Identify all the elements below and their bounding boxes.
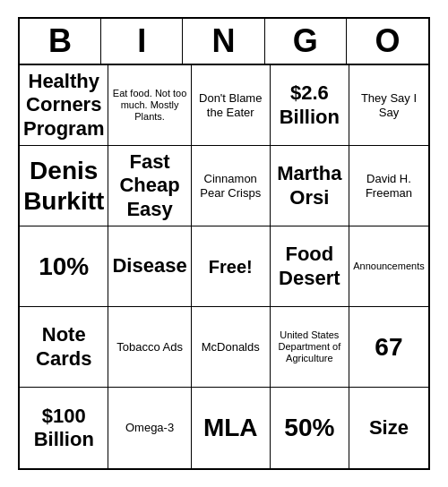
bingo-cell-11: Disease [108,226,191,307]
bingo-cell-13: Food Desert [271,226,349,307]
bingo-cell-8: Martha Orsi [271,146,349,226]
bingo-card: BINGO Healthy Corners ProgramEat food. N… [18,17,430,470]
bingo-cell-14: Announcements [349,226,428,307]
bingo-cell-22: MLA [192,388,271,468]
bingo-cell-3: $2.6 Billion [271,65,349,146]
bingo-cell-12: Free! [192,226,271,307]
bingo-cell-18: United States Department of Agriculture [271,307,349,388]
bingo-cell-19: 67 [349,307,428,388]
bingo-cell-5: Denis Burkitt [20,146,108,226]
bingo-cell-20: $100 Billion [20,388,108,468]
header-letter-b: B [20,19,101,64]
bingo-cell-15: Note Cards [20,307,108,388]
bingo-cell-23: 50% [271,388,349,468]
bingo-cell-1: Eat food. Not too much. Mostly Plants. [108,65,191,146]
header-letter-g: G [265,19,347,64]
bingo-cell-6: Fast Cheap Easy [108,146,191,226]
bingo-cell-9: David H. Freeman [349,146,428,226]
bingo-cell-10: 10% [20,226,108,307]
bingo-cell-16: Tobacco Ads [108,307,191,388]
header-letter-o: O [347,19,428,64]
bingo-cell-7: Cinnamon Pear Crisps [192,146,271,226]
bingo-header: BINGO [20,19,428,65]
bingo-grid: Healthy Corners ProgramEat food. Not too… [20,65,428,468]
bingo-cell-4: They Say I Say [349,65,428,146]
header-letter-n: N [183,19,264,64]
bingo-cell-17: McDonalds [192,307,271,388]
bingo-cell-2: Don't Blame the Eater [192,65,271,146]
header-letter-i: I [101,19,183,64]
bingo-cell-24: Size [349,388,428,468]
bingo-cell-21: Omega-3 [108,388,191,468]
bingo-cell-0: Healthy Corners Program [20,65,108,146]
